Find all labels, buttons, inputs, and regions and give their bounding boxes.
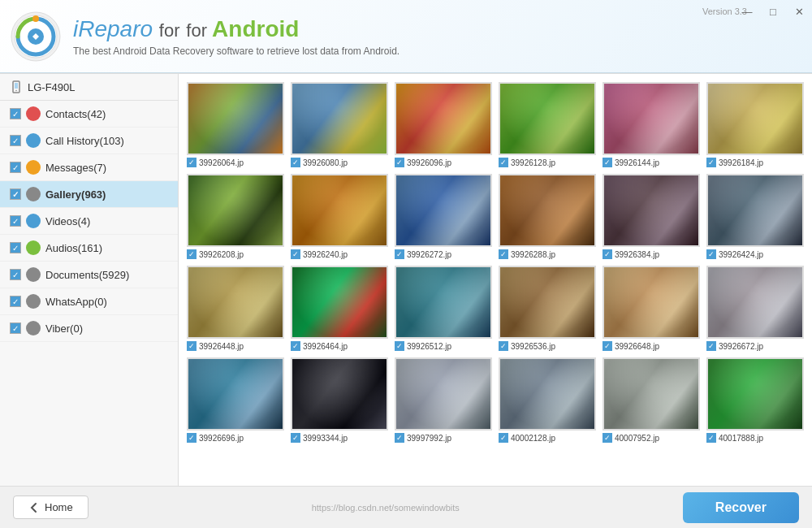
sidebar-item-gallery[interactable]: Gallery(963) — [0, 181, 178, 208]
photo-check-icon — [499, 433, 508, 443]
photo-item[interactable]: 39926288.jp — [499, 174, 596, 259]
photo-item[interactable]: 40017888.jp — [706, 357, 804, 443]
photo-thumbnail — [395, 357, 492, 431]
sidebar-label-contacts: Contacts(42) — [45, 108, 106, 120]
photo-label: 39926096.jp — [395, 158, 492, 167]
photo-canvas — [396, 359, 490, 429]
photo-item[interactable]: 39993344.jp — [291, 357, 388, 443]
photo-item[interactable]: 39926536.jp — [499, 266, 596, 351]
photo-label: 39926064.jp — [187, 158, 284, 167]
photo-check-icon — [187, 249, 197, 259]
maximize-button[interactable]: □ — [760, 0, 786, 23]
sidebar-item-viber[interactable]: Viber(0) — [0, 315, 178, 342]
checkbox-gallery[interactable] — [10, 188, 21, 200]
photo-item[interactable]: 39926144.jp — [603, 82, 700, 167]
photo-item[interactable]: 39926184.jp — [706, 82, 804, 167]
photo-check-icon — [499, 158, 508, 167]
photo-thumbnail — [187, 357, 284, 431]
svg-rect-11 — [26, 214, 41, 228]
photo-label: 40007952.jp — [603, 433, 700, 443]
home-button[interactable]: Home — [13, 496, 89, 519]
photo-item[interactable]: 39926096.jp — [395, 82, 492, 167]
photo-item[interactable]: 39926384.jp — [603, 174, 700, 259]
sidebar: LG-F490L Contacts(42)Call History(103)Me… — [0, 74, 179, 486]
checkbox-contacts[interactable] — [10, 108, 21, 119]
photo-label: 39926080.jp — [291, 158, 388, 167]
photo-check-icon — [603, 249, 612, 259]
photo-item[interactable]: 39926272.jp — [395, 174, 492, 259]
photo-canvas — [708, 84, 802, 154]
photo-item[interactable]: 39926080.jp — [291, 82, 388, 167]
svg-point-3 — [32, 15, 39, 22]
window-controls: — □ ✕ — [734, 0, 812, 23]
checkbox-viber[interactable] — [10, 322, 21, 334]
checkbox-videos[interactable] — [10, 215, 21, 227]
app-subtitle: The best Android Data Recovery software … — [73, 45, 802, 57]
photo-item[interactable]: 39926648.jp — [603, 266, 700, 351]
photo-thumbnail — [603, 82, 700, 155]
photo-filename: 39926064.jp — [199, 158, 244, 167]
checkbox-documents[interactable] — [10, 269, 21, 280]
checkbox-whatsapp[interactable] — [10, 296, 21, 307]
checkbox-messages[interactable] — [10, 162, 21, 173]
sidebar-item-contacts[interactable]: Contacts(42) — [0, 101, 178, 128]
sidebar-label-messages: Messages(7) — [45, 162, 106, 174]
svg-point-6 — [15, 90, 17, 92]
photo-filename: 39926080.jp — [303, 158, 348, 167]
sidebar-item-whatsapp[interactable]: WhatsApp(0) — [0, 288, 178, 315]
photo-thumbnail — [291, 82, 388, 155]
sidebar-item-videos[interactable]: Videos(4) — [0, 208, 178, 235]
minimize-button[interactable]: — — [734, 0, 760, 23]
photo-label: 39926448.jp — [187, 341, 284, 351]
photo-filename: 39926648.jp — [615, 342, 659, 351]
photo-check-icon — [187, 341, 197, 351]
photo-check-icon — [395, 433, 404, 443]
photo-check-icon — [395, 158, 404, 167]
photo-item[interactable]: 39926512.jp — [395, 266, 492, 351]
photo-item[interactable]: 40002128.jp — [499, 357, 596, 443]
content-area[interactable]: 39926064.jp39926080.jp39926096.jp3992612… — [179, 74, 812, 486]
photo-filename: 39926272.jp — [407, 250, 451, 259]
photo-item[interactable]: 39926208.jp — [187, 174, 284, 259]
photo-filename: 39926184.jp — [719, 158, 763, 167]
sidebar-item-messages[interactable]: Messages(7) — [0, 154, 178, 181]
photo-filename: 39926672.jp — [719, 342, 763, 351]
photo-check-icon — [291, 249, 300, 259]
photo-thumbnail — [706, 357, 804, 431]
photo-grid: 39926064.jp39926080.jp39926096.jp3992612… — [187, 82, 804, 443]
checkbox-audios[interactable] — [10, 242, 21, 253]
photo-thumbnail — [187, 82, 284, 155]
photo-item[interactable]: 39926424.jp — [706, 174, 804, 259]
checkbox-call-history[interactable] — [10, 135, 21, 146]
photo-item[interactable]: 39926240.jp — [291, 174, 388, 259]
photo-item[interactable]: 39926064.jp — [187, 82, 284, 167]
photo-filename: 39926288.jp — [511, 250, 555, 259]
photo-item[interactable]: 39926464.jp — [291, 266, 388, 351]
app-title: iReparo for for Android — [73, 16, 802, 42]
bottom-bar: Home https://blog.csdn.net/somewindowbit… — [0, 486, 812, 528]
app-title-area: iReparo for for Android The best Android… — [73, 16, 802, 57]
photo-canvas — [604, 84, 698, 154]
photo-item[interactable]: 39926696.jp — [187, 357, 284, 443]
photo-thumbnail — [499, 357, 596, 431]
photo-item[interactable]: 39997992.jp — [395, 357, 492, 443]
photo-item[interactable]: 40007952.jp — [603, 357, 700, 443]
photo-item[interactable]: 39926672.jp — [706, 266, 804, 351]
svg-rect-12 — [26, 240, 41, 255]
photo-thumbnail — [395, 82, 492, 155]
photo-canvas — [708, 267, 802, 337]
photo-label: 39926648.jp — [603, 341, 700, 351]
photo-check-icon — [291, 433, 300, 443]
photo-filename: 39926464.jp — [303, 342, 348, 351]
sidebar-item-audios[interactable]: Audios(161) — [0, 235, 178, 262]
photo-item[interactable]: 39926448.jp — [187, 266, 284, 351]
close-button[interactable]: ✕ — [786, 0, 812, 23]
sidebar-item-call-history[interactable]: Call History(103) — [0, 128, 178, 154]
photo-thumbnail — [291, 174, 388, 247]
photo-canvas — [604, 359, 698, 429]
photo-filename: 39997992.jp — [407, 434, 451, 443]
recover-button[interactable]: Recover — [683, 492, 799, 523]
sidebar-item-documents[interactable]: Documents(5929) — [0, 262, 178, 288]
photo-canvas — [292, 175, 387, 245]
photo-item[interactable]: 39926128.jp — [499, 82, 596, 167]
